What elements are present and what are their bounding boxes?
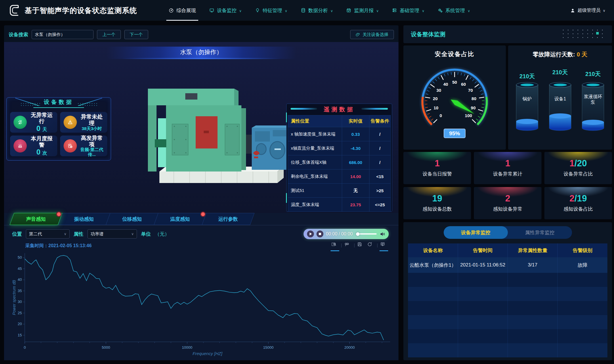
play-button[interactable] (307, 230, 314, 237)
alarm-table-empty-row (408, 287, 607, 301)
refresh-icon[interactable] (367, 242, 375, 249)
svg-text:Power spectrum dB: Power spectrum dB (12, 280, 16, 315)
alarm-condition: <=25 (369, 198, 390, 212)
prev-device-button[interactable]: 上一个 (97, 30, 121, 39)
monitor-tab[interactable]: 设备异常监控 (444, 226, 508, 239)
main-nav: 综合展现 设备监控 ∨ 特征管理 ∨ 数据分析 ∨ 监测月报 ∨ 基础管理 ∨ … (169, 0, 470, 21)
tank-days-value: 210天 (519, 58, 535, 81)
alarm-table-empty-row (408, 343, 607, 357)
svg-text:0: 0 (24, 345, 26, 350)
chevron-down-icon: ∨ (376, 9, 379, 13)
next-device-button[interactable]: 下一个 (124, 30, 148, 39)
stop-button[interactable] (316, 230, 323, 237)
kpi-card: 1 设备异常累计 (474, 152, 541, 184)
device-search-input[interactable] (32, 30, 94, 39)
kpi-label: 感知设备占比 (564, 206, 593, 212)
telemetry-row: 剩余电压_泵体末端 14.00 <15 (288, 169, 391, 184)
realtime-value: 无 (342, 184, 369, 198)
chevron-down-icon: ∨ (239, 9, 242, 13)
nav-item-device-monitor[interactable]: 设备监控 ∨ (209, 0, 242, 21)
zero-fault-card: 零故障运行天数:0 天 210天 锅炉 210天 设备1 210天 (508, 45, 612, 150)
nav-item-basic-mgmt[interactable]: 基础管理 ∨ (392, 0, 424, 21)
calendar-icon (346, 8, 351, 13)
svg-text:设备1: 设备1 (554, 96, 566, 101)
device-stat-value: 音频-第二代传... (80, 147, 104, 157)
tab-vibration-sense[interactable]: 振动感知 (58, 213, 110, 225)
dots-decoration (561, 28, 605, 40)
zero-fault-title: 零故障运行天数:0 天 (508, 51, 612, 58)
kpi-value: 2 (505, 194, 510, 203)
nav-item-monthly-report[interactable]: 监测月报 ∨ (346, 0, 379, 21)
focus-device-label: 关注设备选择 (363, 32, 388, 37)
alarm-table-empty-row (408, 273, 607, 287)
telemetry-row: 测试51 无 >25 (288, 184, 391, 198)
alarm-table-header: 告警级别 (558, 243, 607, 257)
kpi-card: 19 感知设备总数 (403, 187, 471, 219)
alarm-condition: / (369, 155, 390, 169)
tank-group: 210天 锅炉 210天 设备1 210天 (508, 58, 612, 132)
device-data-panel: 设备数据 无异常运行 0 天 异常未处理 38天3小时 本月度报警 0 次 高发… (6, 97, 111, 161)
realtime-value: -4.30 (342, 141, 369, 155)
realtime-value: 23.75 (342, 198, 369, 212)
kpi-card: 2 感知设备异常 (474, 187, 541, 219)
svg-text:20000: 20000 (344, 345, 355, 350)
alarm-table-empty-row (408, 315, 607, 329)
nav-item-overview[interactable]: 综合展现 (169, 0, 196, 21)
volume-icon[interactable] (380, 232, 385, 237)
svg-text:10000: 10000 (182, 345, 192, 350)
monitor-tab[interactable]: 属性异常监控 (508, 226, 572, 239)
right-panel-title: 设备整体监测 (411, 31, 445, 38)
attribute-label: 属性 (74, 231, 83, 237)
gauge-title: 安全设备占比 (403, 50, 506, 58)
svg-text:锅炉: 锅炉 (522, 96, 532, 101)
tab-sound-sense[interactable]: 声音感知 (9, 213, 62, 225)
svg-text:15: 15 (18, 333, 22, 337)
tank-cylinder: 锅炉 (512, 81, 542, 132)
svg-text:25: 25 (18, 311, 22, 315)
alarm-icon (14, 139, 27, 153)
telemetry-header: 属性位置 (288, 115, 342, 127)
tab-displacement-sense[interactable]: 位移感知 (106, 213, 158, 225)
nav-item-system-mgmt[interactable]: 系统管理 ∨ (438, 0, 470, 21)
top-navbar: 基于智能声学的设备状态监测系统 综合展现 设备监控 ∨ 特征管理 ∨ 数据分析 … (0, 0, 614, 21)
kpi-value: 19 (432, 194, 442, 203)
svg-text:50: 50 (452, 80, 457, 85)
nav-item-feature-mgmt[interactable]: 特征管理 ∨ (255, 0, 287, 21)
device-stat-card: 无异常运行 0 天 (10, 112, 57, 133)
audio-player: 00:00 / 00:00 (304, 229, 389, 239)
tab-run-params[interactable]: 运行参数 (202, 213, 254, 225)
position-select[interactable]: 第二代∨ (26, 229, 70, 239)
chevron-down-icon: ∨ (64, 232, 66, 236)
app-title: 基于智能声学的设备状态监测系统 (25, 6, 137, 15)
monitor-icon (209, 8, 214, 13)
device-stat-value: 38天3小时 (80, 126, 104, 131)
kpi-value: 1 (505, 159, 510, 168)
kpi-label: 设备异常占比 (564, 171, 593, 177)
tank-days-value: 210天 (585, 58, 600, 81)
svg-text:35: 35 (18, 289, 22, 293)
svg-text:40: 40 (443, 82, 448, 87)
svg-text:90: 90 (471, 105, 476, 110)
database-icon (301, 8, 306, 13)
region-zoom-icon[interactable] (331, 242, 339, 249)
focus-device-button[interactable]: 关注设备选择 (350, 30, 394, 39)
3d-viewport[interactable]: 水泵（勿操作） (4, 42, 398, 213)
user-menu[interactable]: 超级管理员 ∨ (570, 7, 605, 14)
save-image-icon[interactable] (357, 242, 365, 249)
data-view-icon[interactable] (380, 242, 388, 249)
telemetry-title: 遥测数据 (287, 104, 392, 115)
svg-text:100: 100 (465, 113, 472, 118)
tab-temperature-sense[interactable]: 温度感知 (154, 213, 206, 225)
nav-item-data-analysis[interactable]: 数据分析 ∨ (301, 0, 333, 21)
pump-3d-model (142, 85, 295, 183)
property-name: 测试51 (288, 184, 342, 198)
attribute-select[interactable]: 功率谱∨ (87, 229, 137, 239)
alarm-table-empty-row (408, 329, 607, 343)
chart-controls: 位置 第二代∨ 属性 功率谱∨ 单位 （无） 00:00 / 00:00 (12, 228, 390, 239)
realtime-value: 0.33 (342, 127, 369, 141)
property-name: 剩余电压_泵体末端 (288, 169, 342, 184)
paperclip-icon (356, 32, 360, 37)
player-progress-slider[interactable] (356, 233, 377, 235)
kpi-card: 2/19 感知设备占比 (544, 187, 612, 219)
zoom-reset-icon[interactable] (344, 242, 352, 249)
